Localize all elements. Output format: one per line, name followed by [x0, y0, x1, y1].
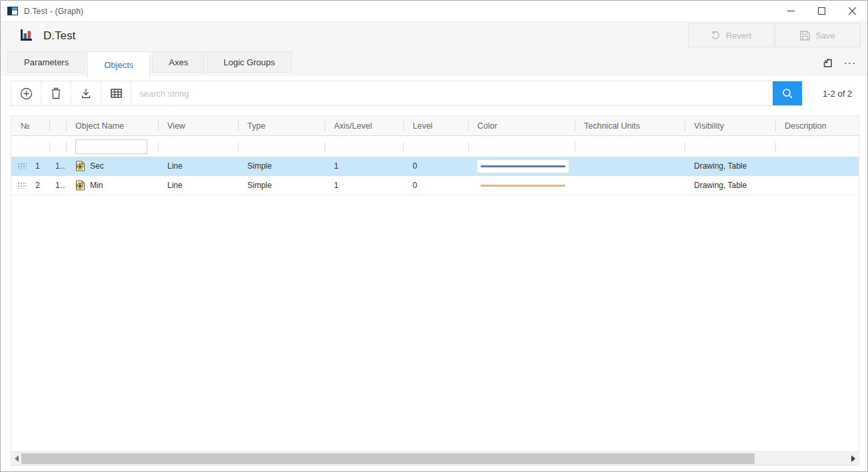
object-level: 0 — [403, 157, 468, 175]
object-name: Sec — [90, 161, 104, 171]
window-title: D.Test - (Graph) — [24, 7, 83, 16]
column-header-description[interactable]: Description — [775, 116, 859, 135]
object-technical-units — [575, 176, 685, 195]
object-level: 0 — [403, 176, 468, 195]
maximize-button[interactable] — [806, 1, 837, 21]
object-name: Min — [90, 181, 103, 190]
object-view: Line — [158, 176, 238, 195]
row-number: 2 — [35, 181, 40, 190]
column-header-visibility[interactable]: Visibility — [685, 116, 775, 135]
drag-handle-icon[interactable] — [17, 163, 27, 169]
parameter-doc-icon — [75, 180, 85, 191]
window-app-icon — [7, 7, 18, 15]
parameter-doc-icon — [75, 161, 85, 171]
grid-empty-area — [11, 195, 859, 451]
tab-bar: Parameters Objects Axes Logic Groups ... — [1, 50, 867, 76]
object-technical-units — [575, 157, 685, 175]
download-icon — [81, 88, 91, 99]
app-header: D.Test Revert Save — [1, 22, 867, 50]
search-icon — [782, 88, 793, 99]
tab-parameters[interactable]: Parameters — [7, 51, 85, 73]
row-id: 1… — [49, 176, 66, 195]
object-axis-level: 1 — [325, 157, 403, 175]
grid-filter-row — [11, 136, 859, 157]
tab-axes[interactable]: Axes — [152, 51, 205, 73]
export-icon[interactable] — [822, 57, 833, 69]
revert-label: Revert — [726, 31, 751, 41]
color-swatch[interactable] — [477, 160, 569, 173]
search-button[interactable] — [773, 81, 802, 105]
more-options-icon[interactable]: ... — [844, 57, 857, 69]
object-type: Simple — [238, 157, 325, 175]
column-header-object-name[interactable]: Object Name — [66, 116, 158, 135]
revert-button[interactable]: Revert — [688, 23, 774, 47]
color-swatch[interactable] — [477, 179, 569, 192]
object-visibility: Drawing, Table — [685, 176, 775, 195]
revert-icon — [711, 31, 721, 40]
horizontal-scrollbar[interactable] — [11, 451, 859, 465]
object-type: Simple — [238, 176, 325, 195]
tab-logic-groups[interactable]: Logic Groups — [207, 51, 291, 73]
object-axis-level: 1 — [325, 176, 403, 195]
titlebar: D.Test - (Graph) — [1, 1, 867, 22]
object-visibility: Drawing, Table — [685, 157, 775, 175]
scrollbar-thumb[interactable] — [21, 453, 755, 464]
page-title: D.Test — [43, 29, 75, 43]
save-icon — [800, 31, 810, 41]
add-object-button[interactable] — [11, 81, 41, 105]
chart-icon — [21, 29, 34, 43]
save-button[interactable]: Save — [775, 23, 861, 47]
column-settings-button[interactable] — [101, 81, 131, 105]
row-id: 1… — [49, 157, 66, 175]
column-header-id[interactable] — [49, 116, 66, 135]
row-number: 1 — [35, 161, 40, 171]
object-description — [775, 157, 859, 175]
search-input[interactable] — [131, 81, 773, 105]
column-header-view[interactable]: View — [158, 116, 238, 135]
result-count: 1-2 of 2 — [823, 89, 852, 99]
delete-object-button[interactable] — [41, 81, 71, 105]
table-icon — [111, 89, 122, 98]
grid-toolbar — [11, 81, 803, 106]
column-header-level[interactable]: Level — [403, 116, 468, 135]
close-button[interactable] — [837, 1, 867, 21]
object-name-filter-input[interactable] — [75, 139, 147, 154]
scroll-right-icon[interactable] — [848, 452, 859, 465]
trash-icon — [51, 87, 61, 99]
scroll-left-icon[interactable] — [11, 452, 22, 465]
objects-panel: 1-2 of 2 № Object Name View Type Axis/Le… — [1, 76, 867, 471]
table-row-min[interactable]: 2 1… Min Line Simple 1 0 — [11, 176, 859, 195]
add-icon — [20, 87, 33, 100]
grid-header-row: № Object Name View Type Axis/Level Level… — [11, 115, 859, 136]
save-label: Save — [815, 31, 835, 41]
minimize-button[interactable] — [775, 1, 806, 21]
drag-handle-icon[interactable] — [17, 182, 27, 189]
column-header-type[interactable]: Type — [238, 116, 325, 135]
app-window: D.Test - (Graph) D.Test — [0, 0, 868, 472]
column-header-num[interactable]: № — [11, 116, 49, 135]
import-button[interactable] — [71, 81, 101, 105]
column-header-color[interactable]: Color — [468, 116, 575, 135]
objects-grid: № Object Name View Type Axis/Level Level… — [11, 115, 859, 466]
column-header-axis-level[interactable]: Axis/Level — [325, 116, 403, 135]
table-row-sec[interactable]: 1 1… Sec Line Simple 1 0 — [11, 157, 859, 176]
column-header-technical-units[interactable]: Technical Units — [575, 116, 685, 135]
object-view: Line — [158, 157, 238, 175]
object-description — [775, 176, 859, 195]
tab-objects[interactable]: Objects — [87, 51, 150, 77]
